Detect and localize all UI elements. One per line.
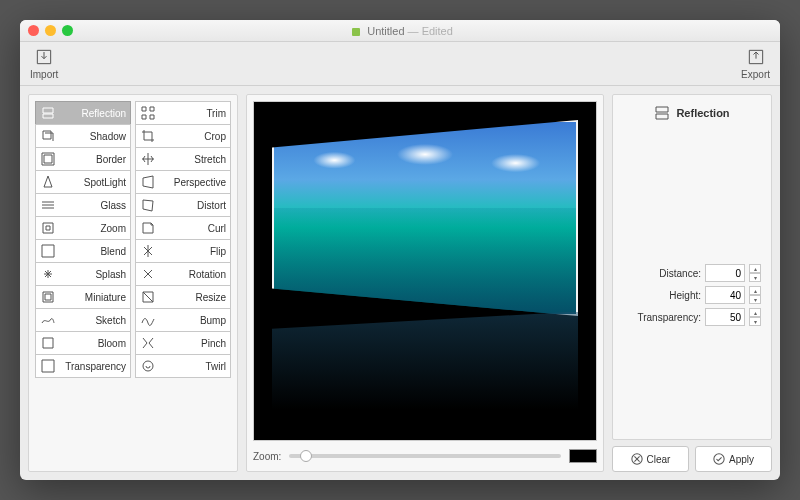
apply-icon	[713, 453, 725, 465]
field-label: Distance:	[623, 268, 701, 279]
tool-sketch[interactable]: Sketch	[35, 308, 131, 332]
tool-stretch[interactable]: Stretch	[135, 147, 231, 171]
right-column: Reflection Distance:0▴▾Height:40▴▾Transp…	[612, 94, 772, 472]
flip-icon	[140, 243, 156, 259]
tool-pinch[interactable]: Pinch	[135, 331, 231, 355]
border-icon	[40, 151, 56, 167]
canvas-panel: Zoom:	[246, 94, 604, 472]
tool-twirl[interactable]: Twirl	[135, 354, 231, 378]
tool-splash[interactable]: Splash	[35, 262, 131, 286]
field-stepper[interactable]: ▴▾	[749, 308, 761, 326]
field-value[interactable]: 50	[705, 308, 745, 326]
tool-label: Curl	[160, 223, 226, 234]
inspector-header: Reflection	[623, 105, 761, 121]
clear-icon	[631, 453, 643, 465]
step-down[interactable]: ▾	[749, 317, 761, 326]
tool-label: Stretch	[160, 154, 226, 165]
distort-icon	[140, 197, 156, 213]
tool-label: Shadow	[60, 131, 126, 142]
tool-bloom[interactable]: Bloom	[35, 331, 131, 355]
resize-icon	[140, 289, 156, 305]
rotation-icon	[140, 266, 156, 282]
tool-rotation[interactable]: Rotation	[135, 262, 231, 286]
tool-miniature[interactable]: Miniature	[35, 285, 131, 309]
miniature-icon	[40, 289, 56, 305]
minimize-button[interactable]	[45, 25, 56, 36]
tools-panel: ReflectionShadowBorderSpotLightGlassZoom…	[28, 94, 238, 472]
image-preview	[272, 120, 578, 316]
export-icon	[746, 47, 766, 67]
action-buttons: Clear Apply	[612, 446, 772, 472]
field-value[interactable]: 40	[705, 286, 745, 304]
tool-label: Glass	[60, 200, 126, 211]
titlebar: Untitled — Edited	[20, 20, 780, 42]
tool-label: Reflection	[60, 108, 126, 119]
tool-trim[interactable]: Trim	[135, 101, 231, 125]
reflection-icon	[654, 105, 670, 121]
tool-flip[interactable]: Flip	[135, 239, 231, 263]
step-up[interactable]: ▴	[749, 264, 761, 273]
tool-perspective[interactable]: Perspective	[135, 170, 231, 194]
image-reflection	[272, 312, 578, 434]
trim-icon	[140, 105, 156, 121]
import-icon	[34, 47, 54, 67]
tool-distort[interactable]: Distort	[135, 193, 231, 217]
tool-zoom[interactable]: Zoom	[35, 216, 131, 240]
tool-crop[interactable]: Crop	[135, 124, 231, 148]
step-up[interactable]: ▴	[749, 286, 761, 295]
tool-label: SpotLight	[60, 177, 126, 188]
zoom-label: Zoom:	[253, 451, 281, 462]
shadow-icon	[40, 128, 56, 144]
toolbar: Import Export	[20, 42, 780, 86]
field-distance: Distance:0▴▾	[623, 264, 761, 282]
step-up[interactable]: ▴	[749, 308, 761, 317]
tool-label: Twirl	[160, 361, 226, 372]
tool-curl[interactable]: Curl	[135, 216, 231, 240]
tool-shadow[interactable]: Shadow	[35, 124, 131, 148]
field-value[interactable]: 0	[705, 264, 745, 282]
canvas[interactable]	[253, 101, 597, 441]
tool-resize[interactable]: Resize	[135, 285, 231, 309]
tool-transparency[interactable]: Transparency	[35, 354, 131, 378]
tool-reflection[interactable]: Reflection	[35, 101, 131, 125]
tool-label: Bump	[160, 315, 226, 326]
tool-label: Crop	[160, 131, 226, 142]
twirl-icon	[140, 358, 156, 374]
zoom-thumb[interactable]	[300, 450, 312, 462]
apply-button[interactable]: Apply	[695, 446, 772, 472]
stretch-icon	[140, 151, 156, 167]
step-down[interactable]: ▾	[749, 295, 761, 304]
background-swatch[interactable]	[569, 449, 597, 463]
field-label: Transparency:	[623, 312, 701, 323]
tool-label: Rotation	[160, 269, 226, 280]
sketch-icon	[40, 312, 56, 328]
field-stepper[interactable]: ▴▾	[749, 264, 761, 282]
document-proxy-icon	[352, 28, 360, 36]
curl-icon	[140, 220, 156, 236]
export-button[interactable]: Export	[741, 47, 770, 80]
step-down[interactable]: ▾	[749, 273, 761, 282]
main-body: ReflectionShadowBorderSpotLightGlassZoom…	[20, 86, 780, 480]
import-button[interactable]: Import	[30, 47, 58, 80]
tool-border[interactable]: Border	[35, 147, 131, 171]
tool-label: Distort	[160, 200, 226, 211]
tool-label: Trim	[160, 108, 226, 119]
tool-blend[interactable]: Blend	[35, 239, 131, 263]
clear-button[interactable]: Clear	[612, 446, 689, 472]
crop-icon	[140, 128, 156, 144]
zoom-button[interactable]	[62, 25, 73, 36]
reflection-icon	[40, 105, 56, 121]
zoom-bar: Zoom:	[253, 441, 597, 465]
zoom-slider[interactable]	[289, 454, 561, 458]
zoom-icon	[40, 220, 56, 236]
tool-spotlight[interactable]: SpotLight	[35, 170, 131, 194]
tool-glass[interactable]: Glass	[35, 193, 131, 217]
field-transparency: Transparency:50▴▾	[623, 308, 761, 326]
tool-bump[interactable]: Bump	[135, 308, 231, 332]
perspective-icon	[140, 174, 156, 190]
tool-label: Resize	[160, 292, 226, 303]
field-stepper[interactable]: ▴▾	[749, 286, 761, 304]
close-button[interactable]	[28, 25, 39, 36]
spotlight-icon	[40, 174, 56, 190]
glass-icon	[40, 197, 56, 213]
